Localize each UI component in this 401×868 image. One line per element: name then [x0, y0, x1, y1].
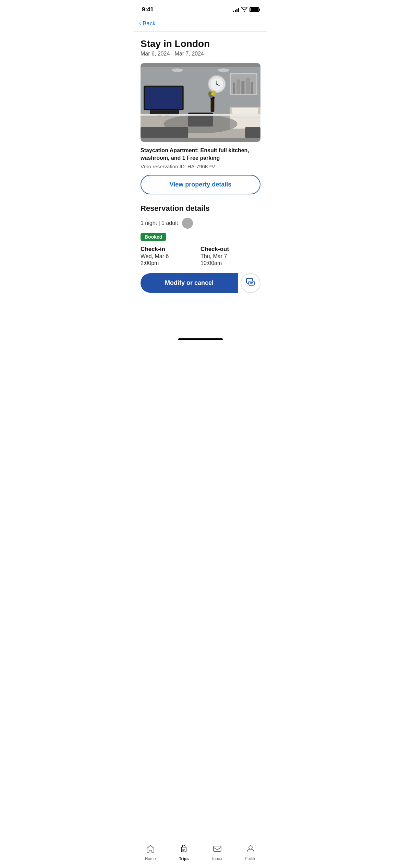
signal-icon [233, 7, 239, 12]
checkin-checkout: Check-in Wed, Mar 6 2:00pm Check-out Thu… [141, 246, 260, 266]
page-title: Stay in London [141, 38, 260, 49]
reservation-section-title: Reservation details [141, 204, 260, 213]
property-name: Staycation Apartment: Ensuit full kitche… [141, 147, 260, 162]
svg-rect-32 [232, 108, 258, 114]
checkin-column: Check-in Wed, Mar 6 2:00pm [141, 246, 200, 266]
back-arrow-icon: ‹ [139, 20, 141, 27]
modify-cancel-container: Modify or cancel [141, 273, 260, 299]
checkin-label: Check-in [141, 246, 200, 253]
svg-point-4 [218, 68, 229, 72]
chat-icon [246, 278, 255, 288]
view-property-details-button[interactable]: View property details [141, 175, 260, 194]
svg-rect-40 [245, 127, 260, 138]
checkin-date: Wed, Mar 6 [141, 253, 200, 260]
status-bar: 9:41 [134, 0, 267, 17]
svg-rect-43 [249, 281, 254, 285]
checkout-column: Check-out Thu, Mar 7 10:00am [200, 246, 260, 266]
svg-rect-21 [241, 81, 244, 94]
svg-rect-7 [145, 87, 182, 109]
checkout-label: Check-out [200, 246, 260, 253]
svg-point-29 [211, 93, 213, 95]
guest-avatar [182, 218, 193, 229]
home-indicator [178, 338, 223, 340]
svg-rect-19 [233, 83, 235, 94]
battery-icon [250, 7, 259, 12]
main-content: Stay in London Mar 6, 2024 - Mar 7, 2024 [134, 32, 267, 336]
back-label: Back [143, 20, 156, 27]
property-image [141, 63, 260, 142]
status-badge: Booked [141, 233, 166, 241]
svg-point-3 [172, 68, 183, 72]
svg-point-16 [216, 83, 218, 85]
modify-cancel-button[interactable]: Modify or cancel [141, 273, 238, 293]
status-time: 9:41 [142, 6, 154, 13]
checkin-time: 2:00pm [141, 260, 200, 266]
svg-rect-41 [141, 114, 260, 116]
svg-rect-23 [251, 82, 253, 94]
wifi-icon [241, 7, 247, 13]
svg-rect-9 [150, 110, 179, 114]
svg-rect-20 [236, 80, 240, 94]
checkout-date: Thu, Mar 7 [200, 253, 260, 260]
svg-rect-22 [246, 78, 250, 94]
chat-button[interactable] [241, 273, 260, 293]
stay-summary: 1 night | 1 adult [141, 218, 260, 229]
reservation-id: Vrbo reservation ID: HA-796KPV [141, 164, 260, 169]
back-button[interactable]: ‹ Back [134, 17, 161, 31]
stay-summary-text: 1 night | 1 adult [141, 220, 178, 226]
status-icons [233, 7, 259, 13]
date-range: Mar 6, 2024 - Mar 7, 2024 [141, 51, 260, 57]
svg-rect-24 [211, 98, 215, 112]
svg-rect-39 [141, 127, 188, 138]
checkout-time: 10:00am [200, 260, 260, 266]
